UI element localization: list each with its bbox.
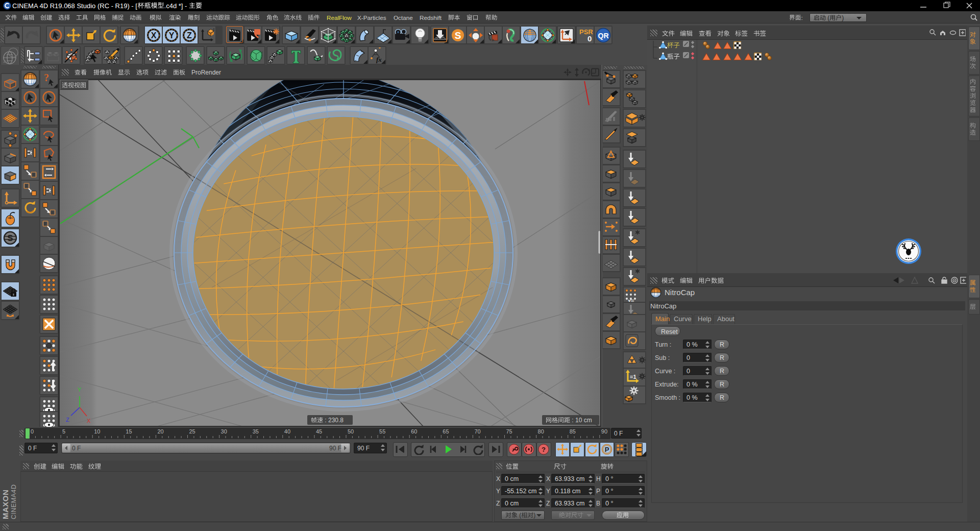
svg-text:60: 60 <box>411 428 417 435</box>
svg-text:50: 50 <box>348 428 354 435</box>
svg-text:fx: fx <box>376 56 382 63</box>
svg-text:85: 85 <box>570 428 576 435</box>
svg-text:90: 90 <box>601 428 607 435</box>
svg-text:45: 45 <box>316 428 322 435</box>
svg-text:15: 15 <box>126 428 132 435</box>
svg-text:S: S <box>454 30 461 41</box>
svg-text:75: 75 <box>506 428 512 435</box>
svg-text:20: 20 <box>157 428 163 435</box>
svg-text:Z: Z <box>187 31 192 39</box>
svg-text:80: 80 <box>538 428 544 435</box>
svg-text:10: 10 <box>94 428 100 435</box>
svg-text:Y: Y <box>78 387 82 393</box>
svg-text:40: 40 <box>284 428 290 435</box>
svg-text:35: 35 <box>253 428 259 435</box>
svg-text:70: 70 <box>474 428 480 435</box>
svg-text:X: X <box>87 418 91 424</box>
svg-text:?: ? <box>542 446 546 453</box>
svg-text:0: 0 <box>31 428 34 435</box>
svg-text:QR: QR <box>598 31 608 39</box>
svg-text:30: 30 <box>221 428 227 435</box>
svg-text:=1: =1 <box>630 374 636 380</box>
svg-text:55: 55 <box>379 428 385 435</box>
svg-text:P: P <box>605 446 609 453</box>
svg-text:S: S <box>7 233 13 243</box>
svg-text:Z: Z <box>66 417 69 423</box>
svg-text:65: 65 <box>443 428 449 435</box>
svg-text:5: 5 <box>62 428 65 435</box>
svg-text:0: 0 <box>587 34 592 43</box>
svg-text:Y: Y <box>168 31 174 39</box>
svg-text:25: 25 <box>189 428 195 435</box>
svg-text:?: ? <box>44 72 49 83</box>
svg-text:X: X <box>151 31 156 39</box>
